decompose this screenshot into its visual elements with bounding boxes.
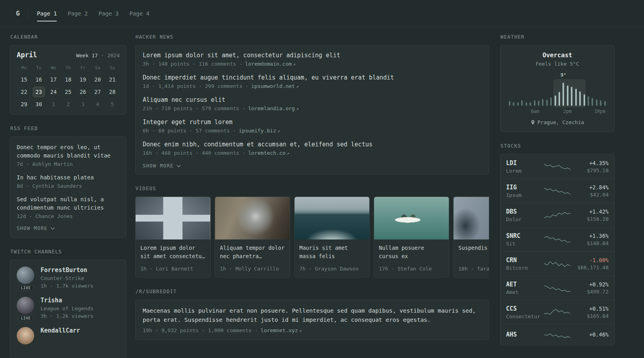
hn-meta-text: 16h · 468 points · 440 comments ·: [143, 150, 245, 156]
calendar-day: 20: [90, 73, 105, 86]
video-card[interactable]: Suspendis diam 18h · Tara: [453, 197, 489, 278]
hn-domain-link[interactable]: ipsumify.biz↗: [239, 128, 280, 134]
hn-item: Donec imperdiet augue tincidunt felis al…: [143, 74, 481, 89]
video-body: Aliquam tempor dolor nec pharetra… 1h · …: [215, 239, 290, 277]
rss-item-title[interactable]: Sed volutpat nulla nisl, a condimentum n…: [17, 195, 120, 212]
video-body: Suspendis diam 18h · Tara: [454, 239, 489, 277]
stock-name: Dolor: [506, 216, 541, 222]
calendar-day: 26: [76, 86, 90, 98]
stock-symbol: CRN: [506, 257, 541, 264]
video-card[interactable]: Nullam posuere cursus ex 17h · Stefan Co…: [374, 197, 449, 278]
calendar-card: April Week 17 · 2024 MoTuWeThFrSaSu 1516…: [10, 45, 126, 115]
weekday-label: We: [46, 65, 61, 70]
hn-domain-link[interactable]: loremlandia.org↗: [248, 105, 299, 111]
channel-name[interactable]: Trisha: [41, 297, 93, 304]
rss-item-title[interactable]: In hac habitasse platea: [17, 173, 120, 182]
rss-item-title[interactable]: Donec tempor eros leo, ut commodo mauris…: [17, 143, 120, 160]
hn-item-title[interactable]: Donec enim nibh, condimentum et accumsan…: [143, 141, 481, 148]
tab-page-3[interactable]: Page 3: [99, 8, 119, 19]
stock-row[interactable]: DBS Dolor +1.42% $156.28: [500, 203, 614, 227]
channel-name[interactable]: KendallCarr: [41, 327, 80, 334]
channel-name[interactable]: ForrestBurton: [41, 267, 93, 274]
reddit-domain-link[interactable]: loremnet.xyz↗: [261, 327, 302, 333]
hn-item-title[interactable]: Donec imperdiet augue tincidunt felis al…: [143, 74, 481, 81]
calendar-day: 15: [17, 73, 31, 86]
video-title[interactable]: Suspendis diam: [458, 244, 489, 261]
tab-page-1[interactable]: Page 1: [37, 8, 57, 19]
section-title-hackernews: HACKER NEWS: [136, 34, 489, 40]
stock-values: +0.51% $165.84: [574, 305, 609, 319]
hn-item-title[interactable]: Integer eget rutrum lorem: [143, 119, 481, 126]
twitch-channel-row[interactable]: LIVE ForrestBurton Counter-Strike 1h · 1…: [17, 267, 120, 289]
stock-row[interactable]: IIG Ipsum +2.84% $42.04: [500, 179, 614, 203]
stock-change: +1.36%: [574, 233, 609, 239]
video-card[interactable]: Aliquam tempor dolor nec pharetra… 1h · …: [215, 197, 290, 278]
hn-domain: loremtech.co: [248, 150, 285, 156]
stock-values: +4.35% $795.18: [574, 160, 609, 173]
stock-row[interactable]: LDI Lorem +4.35% $795.18: [500, 155, 614, 179]
reddit-meta-text: 19h · 9,932 points · 1,090 comments ·: [143, 327, 258, 333]
video-title[interactable]: Lorem ipsum dolor sit amet consectetu…: [140, 244, 206, 261]
rss-card: Donec tempor eros leo, ut commodo mauris…: [10, 136, 126, 238]
video-title[interactable]: Mauris sit amet massa felis: [299, 244, 365, 261]
video-title[interactable]: Nullam posuere cursus ex: [379, 244, 444, 261]
video-thumbnail[interactable]: [454, 197, 489, 239]
right-column: WEATHER Overcast Feels like 5°C 9° 6am2p…: [500, 34, 615, 358]
rss-widget: RSS FEED Donec tempor eros leo, ut commo…: [10, 126, 126, 238]
stock-row[interactable]: CCS Consectetur +0.51% $165.84: [500, 300, 614, 324]
hackernews-card: Lorem ipsum dolor sit amet, consectetur …: [135, 45, 489, 175]
sparkline-path: [544, 188, 570, 195]
weather-bar: [604, 101, 606, 106]
calendar-week-label: Week 17: [76, 53, 98, 58]
calendar-day: 25: [61, 86, 76, 98]
hn-domain-link[interactable]: ipsumworld.net↗: [251, 83, 299, 89]
stock-symbol: SNRC: [506, 232, 541, 239]
section-title-subreddit: /R/SUBREDDIT: [136, 289, 489, 294]
video-thumbnail[interactable]: [374, 197, 449, 239]
weather-bar: [534, 100, 535, 106]
avatar: [17, 267, 34, 284]
video-thumbnail[interactable]: [136, 197, 210, 239]
video-meta: 7h · Grayson Dawson: [299, 266, 365, 272]
stock-symbol: AHS: [506, 331, 541, 338]
weekday-label: Mo: [17, 65, 31, 70]
weather-bar: [509, 101, 510, 106]
hn-item-title[interactable]: Lorem ipsum dolor sit amet, consectetur …: [143, 52, 481, 59]
video-card[interactable]: Mauris sit amet massa felis 7h · Grayson…: [294, 197, 370, 278]
calendar-day: 23: [31, 86, 46, 98]
weather-bar: [596, 99, 597, 106]
stock-change: +0.46%: [574, 331, 609, 338]
video-thumbnail[interactable]: [215, 197, 290, 239]
show-more-button[interactable]: SHOW MORE: [143, 163, 481, 169]
calendar-day: 19: [76, 73, 90, 86]
hn-domain-link[interactable]: loremdomain.com↗: [245, 61, 295, 67]
twitch-channel-row[interactable]: LIVE Trisha League of Legends 3h · 1.2k …: [17, 297, 120, 319]
time-label: 10pm: [594, 109, 605, 114]
stock-id: IIG Ipsum: [506, 184, 541, 198]
stock-price: $795.18: [574, 167, 609, 173]
stock-row[interactable]: CRN Bitcorn -1.00% $66,171.48: [500, 251, 614, 276]
video-thumbnail[interactable]: [295, 197, 369, 239]
external-link-icon: ↗: [296, 106, 299, 111]
hn-domain-link[interactable]: loremtech.co↗: [248, 150, 289, 156]
tab-page-4[interactable]: Page 4: [129, 8, 149, 19]
weather-feels-like: Feels like 5°C: [507, 61, 608, 67]
chevron-down-icon: [50, 227, 55, 230]
video-title[interactable]: Aliquam tempor dolor nec pharetra…: [220, 244, 285, 261]
weather-bar: [588, 96, 589, 106]
nav-divider: [28, 8, 28, 19]
hn-item-title[interactable]: Aliquam nec cursus elit: [143, 96, 481, 103]
reddit-post-title[interactable]: Maecenas mollis pulvinar erat non posuer…: [143, 306, 481, 325]
show-more-button[interactable]: SHOW MORE: [17, 226, 120, 231]
avatar-wrap: LIVE: [17, 297, 35, 319]
weather-bar: [542, 99, 543, 106]
stock-row[interactable]: SNRC Sit +1.36% $148.64: [500, 227, 614, 251]
twitch-channel-row[interactable]: KendallCarr: [17, 327, 120, 344]
video-card[interactable]: Lorem ipsum dolor sit amet consectetu… 1…: [135, 197, 211, 278]
stock-row[interactable]: AHS +0.46%: [500, 324, 614, 344]
tab-page-2[interactable]: Page 2: [68, 8, 88, 19]
section-title-weather: WEATHER: [500, 34, 615, 40]
video-row: Lorem ipsum dolor sit amet consectetu… 1…: [135, 197, 489, 278]
stock-sparkline: [544, 307, 570, 317]
stock-row[interactable]: AET Amet +0.92% $499.72: [500, 276, 614, 300]
